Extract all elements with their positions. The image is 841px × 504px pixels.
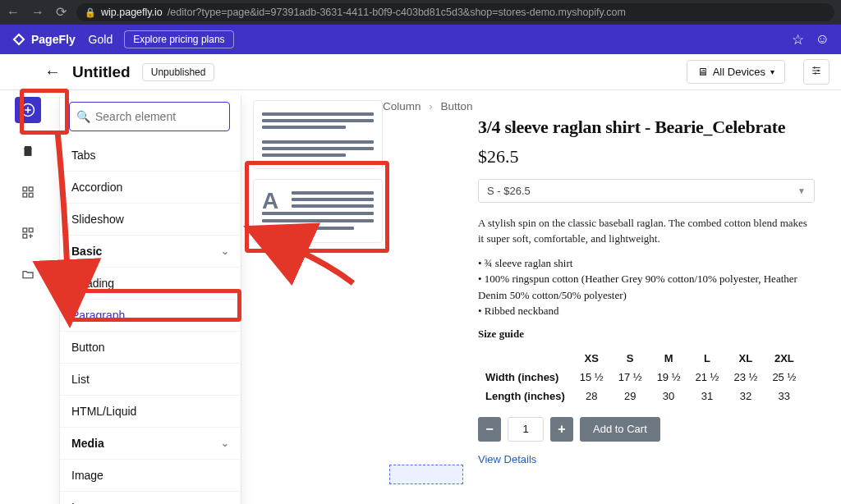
svg-rect-9 — [29, 193, 33, 197]
page-header: ← Untitled Unpublished 🖥 All Devices ▾ — [0, 54, 841, 90]
preview-tile-dropcap[interactable]: A — [253, 179, 383, 243]
dropcap-a-icon: A — [262, 188, 278, 214]
panel-item-image[interactable]: Image — [60, 460, 241, 492]
crumb-button[interactable]: Button — [441, 100, 473, 112]
qty-value[interactable]: 1 — [508, 417, 544, 442]
breadcrumb: Column › Button — [383, 100, 473, 112]
svg-rect-6 — [23, 187, 27, 191]
url-path: /editor?type=page&id=97391adb-3631-4411-… — [168, 7, 626, 18]
product-title: 3/4 sleeve raglan shirt - Bearie_Celebra… — [478, 117, 815, 138]
publish-status-badge: Unpublished — [142, 63, 215, 81]
panel-item-paragraph[interactable]: Paragraph — [60, 300, 241, 332]
nav-reload-icon[interactable]: ⟳ — [56, 6, 67, 19]
panel-item-htmlliquid[interactable]: HTML/Liquid — [60, 396, 241, 428]
product-preview: 3/4 sleeve raglan shirt - Bearie_Celebra… — [478, 117, 815, 465]
app-logo[interactable]: PageFly Gold — [11, 32, 113, 47]
url-bar[interactable]: 🔒 wip.pagefly.io/editor?type=page&id=973… — [76, 3, 834, 21]
star-icon[interactable]: ☆ — [792, 31, 804, 48]
qty-increase-button[interactable]: + — [550, 417, 573, 442]
crumb-column[interactable]: Column — [383, 100, 421, 112]
svg-point-3 — [817, 70, 819, 71]
chevron-down-icon: ▾ — [770, 67, 774, 76]
add-element-button[interactable] — [15, 97, 41, 123]
selected-element-outline[interactable] — [389, 465, 463, 484]
elements-panel: Tabs Accordion Slideshow Basic ⌄ Heading… — [59, 95, 241, 504]
url-domain: wip.pagefly.io — [101, 7, 163, 18]
col-blank — [478, 349, 572, 368]
panel-item-tabs[interactable]: Tabs — [60, 140, 241, 172]
chevron-right-icon: › — [429, 100, 433, 112]
svg-rect-12 — [23, 234, 27, 238]
svg-rect-8 — [23, 193, 27, 197]
shopify-rail-icon[interactable] — [15, 138, 41, 164]
panel-item-button[interactable]: Button — [60, 332, 241, 364]
qty-decrease-button[interactable]: − — [478, 417, 501, 442]
sections-rail-icon[interactable] — [15, 179, 41, 205]
panel-category-media[interactable]: Media ⌄ — [60, 428, 241, 460]
svg-point-2 — [814, 66, 816, 68]
left-rail — [0, 90, 56, 287]
grid-plus-icon — [21, 227, 34, 240]
col-m: M — [650, 349, 688, 368]
product-description: A stylish spin on the classic baseball r… — [478, 216, 815, 247]
chat-icon[interactable]: ☺ — [816, 31, 830, 48]
cat-basic-label: Basic — [71, 245, 102, 258]
search-input[interactable] — [95, 110, 223, 123]
element-search[interactable]: 🔍 — [69, 102, 230, 131]
bullet-2: • 100% ringspun cotton (Heather Grey 90%… — [478, 271, 815, 303]
explore-pricing-button[interactable]: Explore pricing plans — [124, 30, 233, 48]
panel-item-accordion[interactable]: Accordion — [60, 172, 241, 204]
col-2xl: 2XL — [765, 349, 803, 368]
lock-icon: 🔒 — [85, 7, 96, 18]
col-xl: XL — [726, 349, 765, 368]
caret-down-icon: ▼ — [797, 186, 806, 195]
back-arrow-icon[interactable]: ← — [44, 62, 61, 81]
product-price: $26.5 — [478, 146, 815, 167]
panel-item-heading[interactable]: Heading — [60, 268, 241, 300]
sliders-icon — [811, 65, 822, 76]
panel-item-icon[interactable]: Icon — [60, 492, 241, 504]
size-header-row: XS S M L XL 2XL — [478, 349, 803, 368]
shopify-bag-icon — [21, 144, 35, 158]
brand-text: PageFly — [31, 33, 76, 46]
row-length-label: Length (inches) — [478, 387, 572, 405]
app-bar: PageFly Gold Explore pricing plans ☆ ☺ — [0, 25, 841, 54]
chevron-down-icon: ⌄ — [221, 245, 229, 257]
cat-media-label: Media — [71, 437, 104, 450]
row-width-label: Width (inches) — [478, 368, 572, 387]
folder-rail-icon[interactable] — [15, 261, 41, 287]
col-s: S — [611, 349, 650, 368]
variant-label: S - $26.5 — [487, 185, 531, 197]
plus-circle-icon — [21, 103, 35, 117]
product-bullets: • ¾ sleeve raglan shirt • 100% ringspun … — [478, 255, 815, 319]
devices-button[interactable]: 🖥 All Devices ▾ — [687, 60, 785, 84]
page-title: Untitled — [72, 63, 131, 81]
devices-label: All Devices — [713, 66, 765, 78]
svg-point-4 — [815, 72, 816, 74]
element-preview-tiles: A — [253, 100, 383, 243]
svg-rect-10 — [23, 228, 27, 232]
nav-back-icon[interactable]: ← — [7, 6, 20, 19]
variant-select[interactable]: S - $26.5 ▼ — [478, 179, 815, 203]
panel-category-basic[interactable]: Basic ⌄ — [60, 236, 241, 268]
view-details-link[interactable]: View Details — [478, 453, 815, 465]
col-l: L — [688, 349, 727, 368]
panel-item-list[interactable]: List — [60, 364, 241, 396]
svg-rect-7 — [29, 187, 33, 191]
monitor-icon: 🖥 — [697, 66, 708, 78]
integrations-rail-icon[interactable] — [15, 220, 41, 246]
folder-icon — [21, 268, 34, 281]
cart-controls: − 1 + Add to Cart — [478, 417, 815, 442]
preview-tile-plain[interactable] — [253, 100, 383, 169]
size-row-length: Length (inches) 28 29 30 31 32 33 — [478, 387, 803, 405]
bullet-3: • Ribbed neckband — [478, 303, 815, 319]
panel-item-slideshow[interactable]: Slideshow — [60, 204, 241, 236]
add-to-cart-button[interactable]: Add to Cart — [580, 417, 660, 442]
bullet-1: • ¾ sleeve raglan shirt — [478, 255, 815, 272]
settings-sliders-button[interactable] — [803, 59, 830, 85]
brand-suffix: Gold — [89, 33, 113, 46]
nav-forward-icon[interactable]: → — [31, 6, 44, 19]
pagefly-logo-icon — [11, 32, 26, 47]
size-guide-heading: Size guide — [478, 328, 815, 341]
search-icon: 🔍 — [76, 110, 90, 123]
